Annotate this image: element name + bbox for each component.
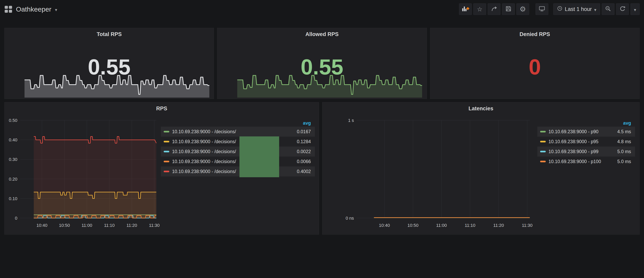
series-label[interactable]: 10.10.69.238:9000 - p100 bbox=[548, 159, 617, 164]
svg-text:11:00: 11:00 bbox=[82, 223, 92, 228]
panel-latencies: Latencies 0 ns1 s10:4010:5011:0011:1011:… bbox=[322, 102, 640, 235]
save-button[interactable] bbox=[502, 3, 515, 15]
series-label[interactable]: 10.10.69.238:9000 - /decisions/ bbox=[172, 129, 297, 134]
panel-title[interactable]: Total RPS bbox=[4, 28, 214, 37]
svg-text:10:50: 10:50 bbox=[59, 223, 70, 228]
legend-avg-header[interactable]: avg bbox=[303, 120, 311, 126]
share-button[interactable] bbox=[488, 3, 500, 15]
series-color-swatch[interactable] bbox=[540, 151, 546, 152]
svg-text:11:00: 11:00 bbox=[436, 223, 447, 228]
chevron-down-icon: ▾ bbox=[594, 6, 596, 12]
legend-row: 10.10.69.238:9000 - p100 5.0 ms bbox=[537, 157, 635, 167]
legend-row: 10.10.69.238:9000 - /decisions/ 0.1284 bbox=[161, 137, 315, 147]
star-icon: ☆ bbox=[477, 6, 482, 12]
svg-text:1 s: 1 s bbox=[348, 118, 354, 123]
svg-text:0 ns: 0 ns bbox=[346, 216, 354, 221]
svg-text:11:30: 11:30 bbox=[522, 223, 532, 228]
svg-text:11:20: 11:20 bbox=[126, 223, 137, 228]
series-avg-value: 5.0 ms bbox=[617, 149, 631, 154]
svg-text:0.10: 0.10 bbox=[9, 196, 17, 201]
svg-text:10:40: 10:40 bbox=[379, 223, 390, 228]
refresh-icon bbox=[619, 5, 626, 13]
panel-title[interactable]: Allowed RPS bbox=[217, 28, 426, 37]
svg-text:0.40: 0.40 bbox=[9, 137, 17, 142]
time-range-button[interactable]: Last 1 hour ▾ bbox=[553, 3, 600, 15]
zoom-out-button[interactable] bbox=[602, 3, 614, 15]
panel-rps: RPS 00.100.200.300.400.5010:4010:5011:00… bbox=[4, 102, 319, 235]
svg-text:11:10: 11:10 bbox=[104, 223, 115, 228]
panel-title[interactable]: Denied RPS bbox=[430, 28, 640, 37]
total-rps-sparkline bbox=[24, 68, 209, 98]
panel-title[interactable]: Latencies bbox=[322, 102, 640, 112]
legend-row: 10.10.69.238:9000 - p95 4.8 ms bbox=[537, 137, 635, 147]
clock-icon bbox=[557, 6, 562, 12]
rps-legend: avg 10.10.69.238:9000 - /decisions/ 0.01… bbox=[161, 119, 315, 176]
rps-chart[interactable]: 00.100.200.300.400.5010:4010:5011:0011:1… bbox=[8, 118, 157, 232]
panel-title[interactable]: RPS bbox=[4, 102, 319, 112]
series-avg-value: 0.0066 bbox=[297, 159, 311, 164]
series-avg-value: 0.0167 bbox=[297, 129, 311, 134]
legend-row: 10.10.69.238:9000 - /decisions/ 0.4002 bbox=[161, 167, 315, 176]
monitor-icon bbox=[539, 5, 545, 13]
series-color-swatch[interactable] bbox=[164, 141, 169, 142]
series-avg-value: 0.0022 bbox=[297, 149, 311, 154]
panel-total-rps: Total RPS 0.55 bbox=[4, 28, 214, 99]
series-label[interactable]: 10.10.69.238:9000 - p90 bbox=[548, 129, 617, 134]
gear-icon: ⚙ bbox=[520, 5, 526, 13]
series-color-swatch[interactable] bbox=[164, 161, 169, 162]
series-avg-value: 0.4002 bbox=[297, 169, 311, 174]
svg-text:11:10: 11:10 bbox=[465, 223, 475, 228]
svg-text:0.20: 0.20 bbox=[9, 177, 17, 182]
series-avg-value: 4.5 ms bbox=[617, 129, 631, 134]
latencies-legend: avg 10.10.69.238:9000 - p90 4.5 ms 10.10… bbox=[537, 119, 635, 167]
dashboard-grid-icon[interactable] bbox=[4, 5, 12, 13]
series-color-swatch[interactable] bbox=[164, 151, 169, 152]
series-label[interactable]: 10.10.69.238:9000 - p99 bbox=[548, 149, 617, 154]
svg-text:11:30: 11:30 bbox=[149, 223, 160, 228]
dashboard-title[interactable]: Oathkeeper bbox=[16, 5, 52, 13]
navbar: Oathkeeper ▾ ☆ ⚙ bbox=[0, 0, 644, 18]
add-panel-button[interactable] bbox=[459, 3, 472, 15]
legend-row: 10.10.69.238:9000 - /decisions/ 0.0066 bbox=[161, 157, 315, 167]
share-icon bbox=[491, 5, 497, 13]
legend-row: 10.10.69.238:9000 - /decisions/ 0.0022 bbox=[161, 147, 315, 157]
zoom-out-icon bbox=[605, 5, 611, 13]
save-icon bbox=[505, 5, 512, 13]
cycle-view-mode-button[interactable] bbox=[536, 3, 548, 15]
series-avg-value: 4.8 ms bbox=[617, 139, 631, 144]
svg-text:10:50: 10:50 bbox=[408, 223, 418, 228]
svg-text:0: 0 bbox=[15, 216, 17, 221]
settings-button[interactable]: ⚙ bbox=[516, 3, 529, 15]
svg-text:0.30: 0.30 bbox=[9, 157, 17, 162]
legend-row: 10.10.69.238:9000 - p90 4.5 ms bbox=[537, 127, 635, 137]
stat-value: 0 bbox=[430, 56, 640, 78]
add-panel-icon bbox=[461, 5, 470, 13]
latencies-chart[interactable]: 0 ns1 s10:4010:5011:0011:1011:2011:30 bbox=[326, 118, 532, 232]
chevron-down-icon[interactable]: ▾ bbox=[55, 6, 57, 12]
series-color-swatch[interactable] bbox=[540, 141, 546, 142]
panel-denied-rps: Denied RPS 0 bbox=[430, 28, 640, 99]
legend-row: 10.10.69.238:9000 - /decisions/ 0.0167 bbox=[161, 127, 315, 137]
legend-avg-header[interactable]: avg bbox=[623, 120, 631, 126]
time-range-label: Last 1 hour bbox=[565, 6, 592, 12]
redaction-overlay bbox=[240, 136, 279, 177]
svg-text:10:40: 10:40 bbox=[36, 223, 48, 228]
panel-allowed-rps: Allowed RPS 0.55 bbox=[217, 28, 427, 99]
legend-row: 10.10.69.238:9000 - p99 5.0 ms bbox=[537, 147, 635, 157]
series-color-swatch[interactable] bbox=[540, 131, 546, 132]
refresh-button[interactable] bbox=[616, 3, 629, 15]
refresh-interval-button[interactable]: ▾ bbox=[630, 3, 640, 15]
series-color-swatch[interactable] bbox=[540, 161, 546, 162]
series-avg-value: 0.1284 bbox=[297, 139, 311, 144]
series-color-swatch[interactable] bbox=[164, 131, 169, 132]
star-button[interactable]: ☆ bbox=[473, 3, 486, 15]
svg-text:0.50: 0.50 bbox=[9, 118, 17, 123]
chevron-down-icon: ▾ bbox=[634, 6, 636, 12]
series-label[interactable]: 10.10.69.238:9000 - p95 bbox=[548, 139, 617, 144]
allowed-rps-sparkline bbox=[237, 68, 422, 98]
svg-text:11:20: 11:20 bbox=[493, 223, 504, 228]
series-color-swatch[interactable] bbox=[164, 171, 169, 172]
series-avg-value: 5.0 ms bbox=[617, 159, 631, 164]
